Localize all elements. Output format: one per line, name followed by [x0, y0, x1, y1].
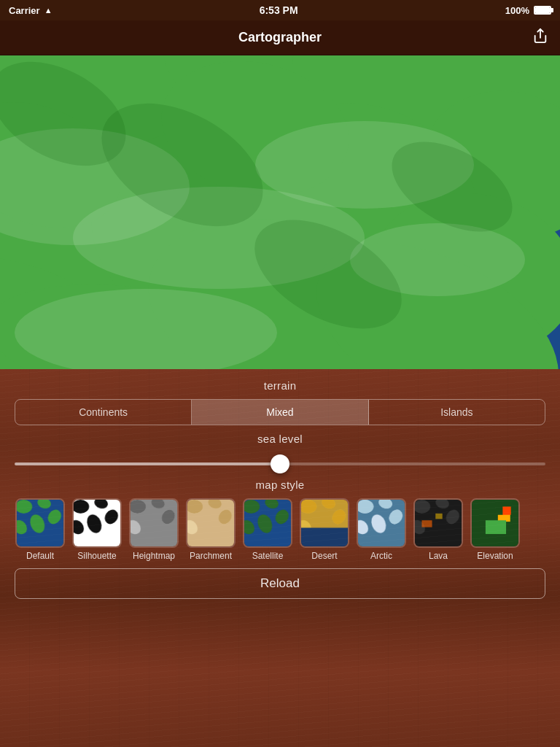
style-thumb-satellite — [243, 498, 292, 548]
style-thumb-lava — [413, 498, 463, 548]
battery-icon — [534, 6, 551, 15]
style-item-arctic[interactable]: Arctic — [356, 498, 407, 561]
status-left: Carrier ▲︎ — [9, 5, 52, 16]
terrain-label: terrain — [15, 379, 545, 392]
style-item-heightmap[interactable]: Heightmap — [128, 498, 179, 561]
style-name-parchment: Parchment — [190, 551, 232, 561]
sea-level-slider[interactable] — [15, 462, 545, 465]
battery-fill — [535, 7, 550, 13]
style-thumb-parchment — [186, 498, 236, 548]
sea-level-label: sea level — [15, 433, 545, 445]
status-right: 100% — [505, 5, 551, 16]
style-thumb-silhouette — [72, 498, 122, 548]
terrain-btn-continents[interactable]: Continents — [15, 400, 192, 425]
map-style-label: map style — [15, 479, 545, 491]
style-name-elevation: Elevation — [477, 551, 513, 561]
reload-button[interactable]: Reload — [15, 568, 545, 599]
nav-bar: Cartographer — [0, 20, 560, 55]
terrain-btn-islands[interactable]: Islands — [369, 400, 545, 425]
style-name-desert: Desert — [311, 551, 337, 561]
share-button[interactable] — [532, 28, 548, 48]
sea-level-section: sea level — [15, 433, 545, 445]
style-thumb-arctic — [357, 498, 406, 548]
style-name-arctic: Arctic — [370, 551, 392, 561]
style-thumb-heightmap — [129, 498, 179, 548]
status-bar: Carrier ▲︎ 6:53 PM 100% — [0, 0, 560, 20]
style-thumb-desert — [300, 498, 349, 548]
style-item-silhouette[interactable]: Silhouette — [71, 498, 122, 561]
nav-title: Cartographer — [238, 30, 322, 45]
style-name-default: Default — [26, 551, 54, 561]
style-name-satellite: Satellite — [252, 551, 284, 561]
carrier-label: Carrier — [9, 5, 40, 16]
style-item-satellite[interactable]: Satellite — [242, 498, 293, 561]
status-time: 6:53 PM — [260, 4, 298, 16]
style-name-heightmap: Heightmap — [133, 551, 175, 561]
style-item-default[interactable]: Default — [15, 498, 66, 561]
map-style-grid: DefaultSilhouetteHeightmapParchmentSatel… — [15, 498, 545, 561]
control-panel: terrain Continents Mixed Islands sea lev… — [0, 369, 560, 747]
style-name-lava: Lava — [429, 551, 448, 561]
style-thumb-elevation — [470, 498, 520, 548]
style-item-lava[interactable]: Lava — [413, 498, 464, 561]
map-canvas — [0, 55, 560, 369]
slider-container — [15, 452, 545, 471]
map-area[interactable] — [0, 55, 560, 369]
terrain-section: terrain — [15, 379, 545, 392]
style-item-parchment[interactable]: Parchment — [185, 498, 236, 561]
terrain-control[interactable]: Continents Mixed Islands — [15, 399, 545, 425]
battery-percent: 100% — [505, 5, 529, 16]
style-item-desert[interactable]: Desert — [299, 498, 350, 561]
terrain-btn-mixed[interactable]: Mixed — [192, 400, 368, 425]
wifi-icon: ▲︎ — [44, 6, 52, 15]
style-item-elevation[interactable]: Elevation — [470, 498, 521, 561]
style-thumb-default — [15, 498, 65, 548]
style-name-silhouette: Silhouette — [77, 551, 116, 561]
map-style-section: map style — [15, 479, 545, 491]
